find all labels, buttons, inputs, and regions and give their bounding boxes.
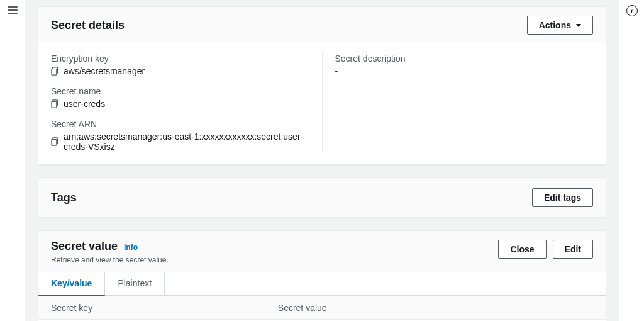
secret-arn-value: arn:aws:secretsmanager:us-east-1:xxxxxxx…	[64, 132, 309, 152]
col-secret-key: Secret key	[38, 296, 265, 320]
encryption-key-value: aws/secretsmanager	[64, 66, 145, 76]
svg-rect-3	[52, 102, 57, 108]
left-rail	[0, 0, 25, 321]
copy-icon[interactable]	[51, 99, 60, 108]
edit-button-label: Edit	[565, 244, 581, 254]
secret-details-title: Secret details	[51, 19, 125, 32]
tags-panel: Tags Edit tags	[38, 177, 606, 218]
tab-key-value[interactable]: Key/value	[38, 272, 105, 296]
actions-button[interactable]: Actions	[527, 16, 593, 35]
secret-details-panel: Secret details Actions Encryption key aw…	[38, 6, 606, 165]
close-button-label: Close	[510, 244, 534, 254]
info-link[interactable]: Info	[124, 243, 138, 252]
tab-plaintext[interactable]: Plaintext	[105, 272, 165, 295]
copy-icon[interactable]	[51, 67, 60, 76]
secret-name-label: Secret name	[51, 86, 309, 96]
actions-button-label: Actions	[539, 20, 571, 30]
right-rail: i	[619, 0, 644, 321]
encryption-key-label: Encryption key	[51, 54, 309, 64]
close-button[interactable]: Close	[498, 240, 546, 259]
secret-value-tabs: Key/value Plaintext	[38, 272, 606, 296]
secret-name-value: user-creds	[64, 99, 105, 109]
secret-value-panel: Secret value Info Retrieve and view the …	[38, 230, 606, 321]
caret-down-icon	[576, 24, 581, 27]
edit-button[interactable]: Edit	[553, 240, 593, 259]
info-icon[interactable]: i	[626, 5, 638, 16]
svg-rect-5	[52, 140, 57, 146]
copy-icon[interactable]	[51, 137, 60, 146]
secret-arn-label: Secret ARN	[51, 119, 309, 129]
tags-title: Tags	[51, 191, 77, 205]
svg-rect-1	[52, 69, 57, 76]
secret-description-value: -	[335, 66, 338, 76]
menu-icon[interactable]	[8, 6, 18, 14]
col-secret-value: Secret value	[265, 296, 606, 320]
secret-value-title: Secret value	[51, 240, 118, 252]
edit-tags-label: Edit tags	[544, 193, 581, 203]
main-content: Secret details Actions Encryption key aw…	[25, 0, 619, 321]
secret-value-table: Secret key Secret value username Abhinav	[38, 296, 606, 321]
secret-value-description: Retrieve and view the secret value.	[51, 256, 169, 264]
edit-tags-button[interactable]: Edit tags	[532, 188, 593, 207]
secret-description-label: Secret description	[335, 54, 594, 64]
